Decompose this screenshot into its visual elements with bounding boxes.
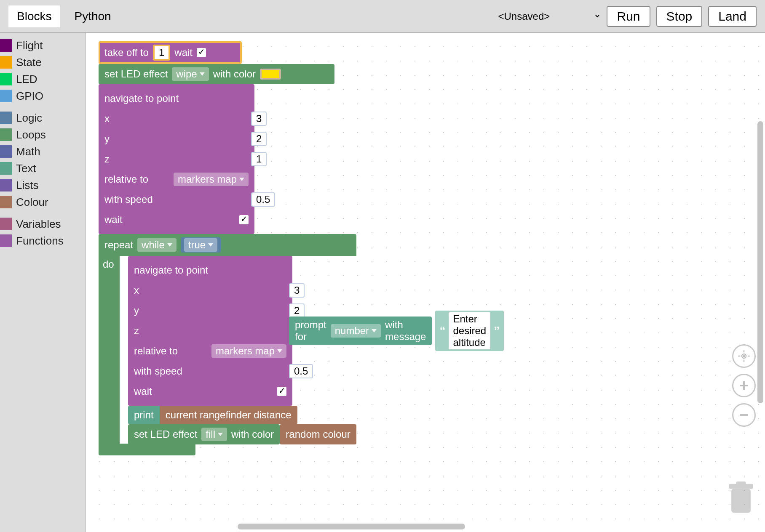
- block-set-led-effect[interactable]: set LED effect wipe with color: [99, 64, 334, 84]
- block-true[interactable]: true: [181, 237, 221, 253]
- category-loops[interactable]: Loops: [0, 126, 86, 143]
- category-color-swatch: [0, 162, 12, 175]
- nav-speed-input[interactable]: 0.5: [251, 192, 275, 207]
- block-navigate-to-point[interactable]: navigate to point x 3 y 2 z: [128, 256, 292, 406]
- block-label: take off to: [104, 47, 149, 59]
- block-repeat-while[interactable]: repeat while true do navigate to p: [99, 234, 356, 455]
- block-random-colour[interactable]: random colour: [280, 424, 356, 444]
- category-vars[interactable]: Variables: [0, 215, 86, 232]
- nav-x-label: x: [134, 285, 139, 296]
- category-color-swatch: [0, 196, 12, 208]
- category-label: Text: [16, 162, 36, 175]
- block-print[interactable]: print: [128, 406, 160, 424]
- category-label: Math: [16, 145, 40, 158]
- nav-wait-checkbox[interactable]: [277, 387, 286, 396]
- tab-python[interactable]: Python: [66, 5, 119, 27]
- true-dropdown[interactable]: true: [184, 238, 217, 252]
- nav-wait-checkbox[interactable]: [239, 215, 249, 224]
- block-prompt[interactable]: prompt for number with message: [289, 317, 432, 345]
- rangefinder-label: current rangefinder distance: [166, 409, 292, 421]
- repeat-mode-dropdown[interactable]: while: [137, 238, 177, 252]
- category-color-swatch: [0, 145, 12, 158]
- stop-button[interactable]: Stop: [656, 6, 703, 27]
- category-color-swatch: [0, 218, 12, 230]
- random-colour-label: random colour: [286, 428, 350, 440]
- category-color-swatch: [0, 73, 12, 85]
- category-colour[interactable]: Colour: [0, 194, 86, 210]
- led-effect-dropdown[interactable]: fill: [201, 428, 227, 441]
- category-lists[interactable]: Lists: [0, 177, 86, 194]
- nav-wait-label: wait: [134, 386, 152, 397]
- category-label: Logic: [16, 112, 42, 125]
- open-quote-icon: “: [439, 324, 445, 338]
- takeoff-altitude-input[interactable]: 1: [153, 45, 170, 61]
- category-flight[interactable]: Flight: [0, 37, 86, 54]
- toolbar: Blocks Python <Unsaved> Run Stop Land: [0, 0, 765, 33]
- block-title: navigate to point: [104, 93, 179, 104]
- run-button[interactable]: Run: [607, 6, 650, 27]
- horizontal-scrollbar[interactable]: [238, 524, 465, 529]
- block-label: with color: [213, 68, 256, 80]
- nav-y-label: y: [134, 305, 139, 317]
- file-select[interactable]: <Unsaved>: [491, 8, 601, 24]
- repeat-label: repeat: [104, 239, 133, 251]
- category-led[interactable]: LED: [0, 71, 86, 88]
- category-gpio[interactable]: GPIO: [0, 88, 86, 104]
- tab-blocks[interactable]: Blocks: [8, 5, 60, 27]
- nav-x-input[interactable]: 3: [289, 283, 305, 298]
- print-label: print: [134, 409, 154, 421]
- category-sidebar: FlightStateLEDGPIOLogicLoopsMathTextList…: [0, 33, 86, 532]
- workspace[interactable]: take off to 1 wait set LED effect wipe w…: [86, 33, 765, 532]
- takeoff-wait-checkbox[interactable]: [197, 48, 206, 57]
- prompt-label: prompt for: [295, 319, 326, 343]
- led-effect-dropdown[interactable]: wipe: [172, 67, 209, 81]
- nav-x-input[interactable]: 3: [251, 112, 267, 126]
- zoom-out-button[interactable]: [732, 403, 756, 427]
- block-label: set LED effect: [134, 428, 197, 440]
- nav-frame-dropdown[interactable]: markers map: [174, 173, 249, 186]
- category-label: Variables: [16, 218, 61, 231]
- category-logic[interactable]: Logic: [0, 109, 86, 126]
- block-label: set LED effect: [104, 68, 168, 80]
- category-label: Functions: [16, 234, 64, 247]
- block-set-led-effect[interactable]: set LED effect fill with color: [128, 424, 280, 444]
- category-label: LED: [16, 73, 37, 86]
- category-math[interactable]: Math: [0, 143, 86, 160]
- vertical-scrollbar[interactable]: [757, 121, 763, 403]
- block-takeoff[interactable]: take off to 1 wait: [99, 41, 242, 64]
- land-button[interactable]: Land: [708, 6, 757, 27]
- nav-speed-label: with speed: [134, 365, 182, 377]
- zoom-in-button[interactable]: [732, 374, 756, 397]
- center-workspace-button[interactable]: [732, 344, 756, 368]
- nav-y-input[interactable]: 2: [251, 132, 267, 146]
- block-title: navigate to point: [134, 264, 208, 276]
- category-state[interactable]: State: [0, 54, 86, 71]
- category-text[interactable]: Text: [0, 160, 86, 177]
- block-text-literal[interactable]: “ Enter desired altitude ”: [435, 311, 504, 351]
- nav-frame-dropdown[interactable]: markers map: [211, 344, 286, 358]
- led-color-swatch[interactable]: [260, 69, 281, 80]
- nav-y-label: y: [104, 133, 110, 145]
- block-navigate-to-point[interactable]: navigate to point x 3 y 2 z 1 relative t…: [99, 84, 254, 234]
- prompt-message-input[interactable]: Enter desired altitude: [449, 312, 490, 349]
- prompt-label: with message: [385, 319, 426, 343]
- nav-speed-input[interactable]: 0.5: [289, 364, 313, 378]
- nav-rel-label: relative to: [104, 173, 148, 185]
- nav-rel-label: relative to: [134, 345, 178, 357]
- category-label: Flight: [16, 39, 43, 52]
- category-label: Loops: [16, 128, 46, 141]
- block-label: wait: [174, 47, 193, 59]
- block-label: with color: [231, 428, 274, 440]
- category-color-swatch: [0, 179, 12, 192]
- prompt-type-dropdown[interactable]: number: [331, 324, 381, 338]
- repeat-do-label: do: [103, 258, 114, 270]
- trash-icon[interactable]: [726, 481, 756, 515]
- nav-x-label: x: [104, 113, 110, 125]
- close-quote-icon: ”: [494, 324, 500, 338]
- nav-z-input[interactable]: 1: [251, 152, 267, 166]
- block-rangefinder-distance[interactable]: current rangefinder distance: [160, 406, 297, 424]
- svg-point-1: [744, 356, 745, 357]
- category-color-swatch: [0, 90, 12, 102]
- nav-z-label: z: [134, 325, 139, 337]
- category-funcs[interactable]: Functions: [0, 232, 86, 249]
